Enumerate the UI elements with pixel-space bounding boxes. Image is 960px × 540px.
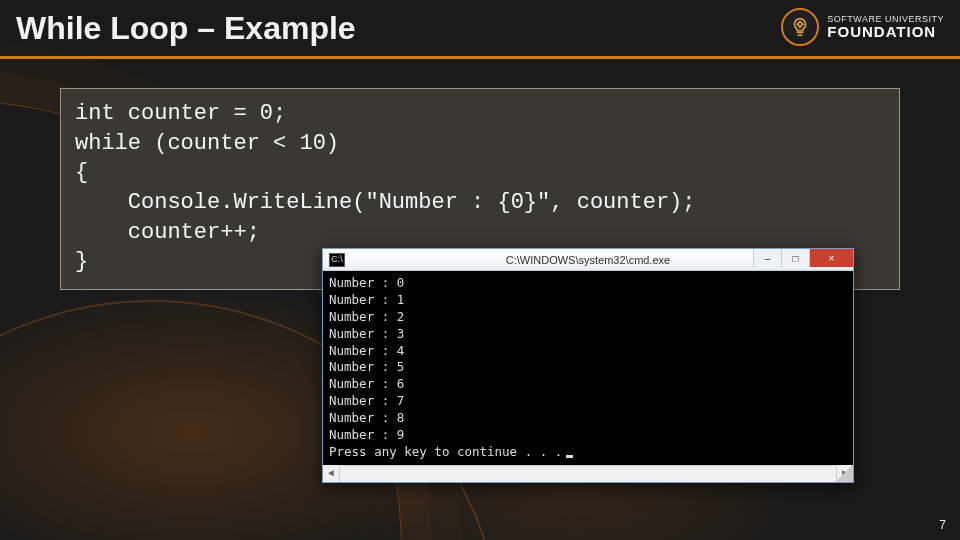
output-line: Number : 1 [329,292,404,307]
cmd-titlebar[interactable]: C:\ C:\WINDOWS\system32\cmd.exe – □ × [323,249,853,271]
output-line: Number : 7 [329,393,404,408]
cmd-output[interactable]: Number : 0 Number : 1 Number : 2 Number … [323,271,853,465]
output-line: Number : 8 [329,410,404,425]
horizontal-scrollbar[interactable]: ◄ ► [323,465,853,482]
code-line: counter++; [75,220,260,245]
logo-line2: FOUNDATION [827,24,944,39]
title-underline [0,56,960,59]
output-line: Number : 6 [329,376,404,391]
code-line: Console.WriteLine("Number : {0}", counte… [75,190,696,215]
output-line: Number : 5 [329,359,404,374]
maximize-button[interactable]: □ [781,249,809,267]
scroll-left-icon[interactable]: ◄ [323,465,340,482]
output-line: Number : 0 [329,275,404,290]
minimize-button[interactable]: – [753,249,781,267]
output-line: Number : 4 [329,343,404,358]
logo-text: SOFTWARE UNIVERSITY FOUNDATION [827,15,944,39]
output-line: Number : 2 [329,309,404,324]
code-line: } [75,249,88,274]
page-number: 7 [939,518,946,532]
cmd-title: C:\WINDOWS\system32\cmd.exe [506,254,670,266]
cmd-icon: C:\ [329,253,345,267]
cursor-icon [566,455,573,458]
resize-grip-icon[interactable] [836,465,853,482]
code-line: int counter = 0; [75,101,286,126]
output-line: Press any key to continue . . . [329,444,562,459]
cmd-window: C:\ C:\WINDOWS\system32\cmd.exe – □ × Nu… [322,248,854,483]
code-line: while (counter < 10) [75,131,339,156]
output-line: Number : 9 [329,427,404,442]
output-line: Number : 3 [329,326,404,341]
slide-title: While Loop – Example [16,10,356,53]
softuni-logo: SOFTWARE UNIVERSITY FOUNDATION [781,8,944,46]
close-button[interactable]: × [809,249,853,267]
code-line: { [75,160,88,185]
window-controls: – □ × [753,249,853,267]
lightbulb-gear-icon [781,8,819,46]
